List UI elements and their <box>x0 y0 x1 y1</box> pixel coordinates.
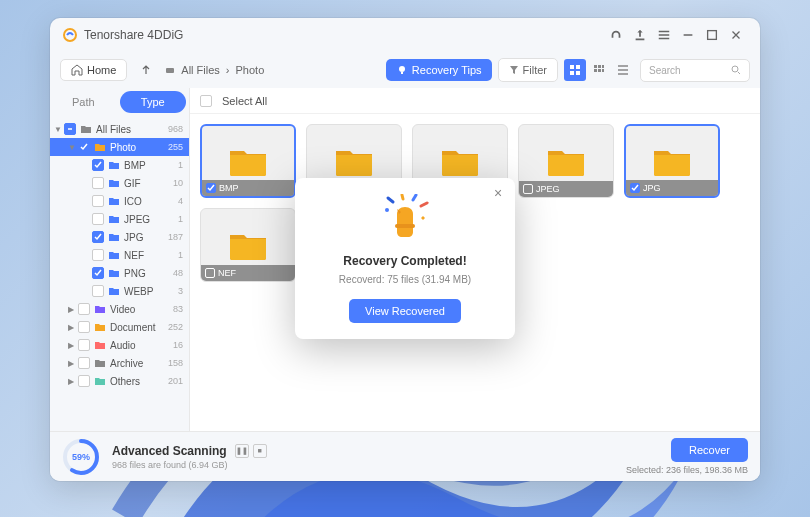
breadcrumb: All Files › Photo <box>165 64 264 76</box>
tree-label: All Files <box>96 124 164 135</box>
tree-label: WEBP <box>124 286 174 297</box>
app-logo-icon <box>62 27 78 43</box>
tree-count: 1 <box>178 250 183 260</box>
breadcrumb-item[interactable]: All Files <box>181 64 220 76</box>
folder-icon <box>108 267 120 279</box>
tree-checkbox[interactable] <box>92 159 104 171</box>
menu-icon[interactable] <box>652 23 676 47</box>
folder-card-jpeg[interactable]: JPEG <box>518 124 614 198</box>
tree-item-photo[interactable]: ▼Photo255 <box>50 138 189 156</box>
tree-item-document[interactable]: ▶Document252 <box>50 318 189 336</box>
tree-item-bmp[interactable]: BMP1 <box>50 156 189 174</box>
tree-checkbox[interactable] <box>92 177 104 189</box>
folder-icon <box>108 231 120 243</box>
tree-item-gif[interactable]: GIF10 <box>50 174 189 192</box>
grid-large-view-button[interactable] <box>564 59 586 81</box>
folder-checkbox[interactable] <box>523 184 533 194</box>
tree-item-video[interactable]: ▶Video83 <box>50 300 189 318</box>
tree-checkbox[interactable] <box>78 357 90 369</box>
tree-item-all-files[interactable]: ▼All Files968 <box>50 120 189 138</box>
modal-close-button[interactable]: × <box>489 184 507 202</box>
tree-item-webp[interactable]: WEBP3 <box>50 282 189 300</box>
folder-icon <box>108 285 120 297</box>
select-all-row[interactable]: Select All <box>190 88 760 114</box>
progress-ring: 59% <box>62 438 100 476</box>
maximize-icon[interactable] <box>700 23 724 47</box>
tree-item-audio[interactable]: ▶Audio16 <box>50 336 189 354</box>
folder-icon <box>94 357 106 369</box>
grid-small-view-button[interactable] <box>588 59 610 81</box>
tree-checkbox[interactable] <box>92 285 104 297</box>
folder-checkbox[interactable] <box>205 268 215 278</box>
svg-rect-8 <box>576 71 580 75</box>
tree-checkbox[interactable] <box>78 339 90 351</box>
bottombar: 59% Advanced Scanning ❚❚ ■ 968 files are… <box>50 431 760 481</box>
tree-checkbox[interactable] <box>92 267 104 279</box>
folder-icon <box>108 159 120 171</box>
tree-checkbox[interactable] <box>92 231 104 243</box>
modal-title: Recovery Completed! <box>343 254 466 268</box>
tree-item-jpeg[interactable]: JPEG1 <box>50 210 189 228</box>
tree-count: 255 <box>168 142 183 152</box>
tree-count: 10 <box>173 178 183 188</box>
folder-checkbox[interactable] <box>630 183 640 193</box>
pause-button[interactable]: ❚❚ <box>235 444 249 458</box>
tree-count: 158 <box>168 358 183 368</box>
svg-rect-6 <box>576 65 580 69</box>
tree-label: Others <box>110 376 164 387</box>
breadcrumb-item[interactable]: Photo <box>236 64 265 76</box>
close-icon[interactable] <box>724 23 748 47</box>
up-button[interactable] <box>133 57 159 83</box>
minimize-icon[interactable] <box>676 23 700 47</box>
svg-point-3 <box>399 66 405 72</box>
select-all-checkbox[interactable] <box>200 95 212 107</box>
tree-item-ico[interactable]: ICO4 <box>50 192 189 210</box>
search-input[interactable]: Search <box>640 59 750 82</box>
view-recovered-button[interactable]: View Recovered <box>349 299 461 323</box>
tree-checkbox[interactable] <box>78 321 90 333</box>
tree-label: JPG <box>124 232 164 243</box>
tree-count: 187 <box>168 232 183 242</box>
chevron-icon: ▼ <box>54 125 64 134</box>
tree-checkbox[interactable] <box>92 195 104 207</box>
headset-icon[interactable] <box>604 23 628 47</box>
folder-card-bmp[interactable]: BMP <box>200 124 296 198</box>
chevron-icon: ▶ <box>68 305 78 314</box>
tree-item-jpg[interactable]: JPG187 <box>50 228 189 246</box>
titlebar: Tenorshare 4DDiG <box>50 18 760 52</box>
tab-path[interactable]: Path <box>50 88 117 116</box>
folder-icon <box>108 177 120 189</box>
tree-item-archive[interactable]: ▶Archive158 <box>50 354 189 372</box>
list-view-button[interactable] <box>612 59 634 81</box>
tree-checkbox[interactable] <box>64 123 76 135</box>
stop-button[interactable]: ■ <box>253 444 267 458</box>
tree-count: 968 <box>168 124 183 134</box>
folder-icon <box>228 229 268 261</box>
tree-checkbox[interactable] <box>78 141 90 153</box>
svg-rect-10 <box>598 65 601 68</box>
toolbar: Home All Files › Photo Recovery Tips Fil… <box>50 52 760 88</box>
tree-checkbox[interactable] <box>78 375 90 387</box>
celebration-icon <box>375 194 435 244</box>
home-button[interactable]: Home <box>60 59 127 81</box>
recovery-tips-button[interactable]: Recovery Tips <box>386 59 492 81</box>
folder-card-nef[interactable]: NEF <box>200 208 296 282</box>
filter-button[interactable]: Filter <box>498 58 558 82</box>
scan-info: Advanced Scanning ❚❚ ■ 968 files are fou… <box>112 444 614 470</box>
tree-checkbox[interactable] <box>78 303 90 315</box>
tree-checkbox[interactable] <box>92 249 104 261</box>
tree-item-others[interactable]: ▶Others201 <box>50 372 189 390</box>
folder-icon <box>652 145 692 177</box>
folder-label: NEF <box>218 268 236 278</box>
tree-item-nef[interactable]: NEF1 <box>50 246 189 264</box>
folder-checkbox[interactable] <box>206 183 216 193</box>
share-icon[interactable] <box>628 23 652 47</box>
tree-item-png[interactable]: PNG48 <box>50 264 189 282</box>
tree-checkbox[interactable] <box>92 213 104 225</box>
folder-card-jpg[interactable]: JPG <box>624 124 720 198</box>
recover-button[interactable]: Recover <box>671 438 748 462</box>
search-icon <box>731 65 741 75</box>
tree-label: BMP <box>124 160 174 171</box>
tab-type[interactable]: Type <box>120 91 187 113</box>
drive-icon <box>165 65 175 75</box>
